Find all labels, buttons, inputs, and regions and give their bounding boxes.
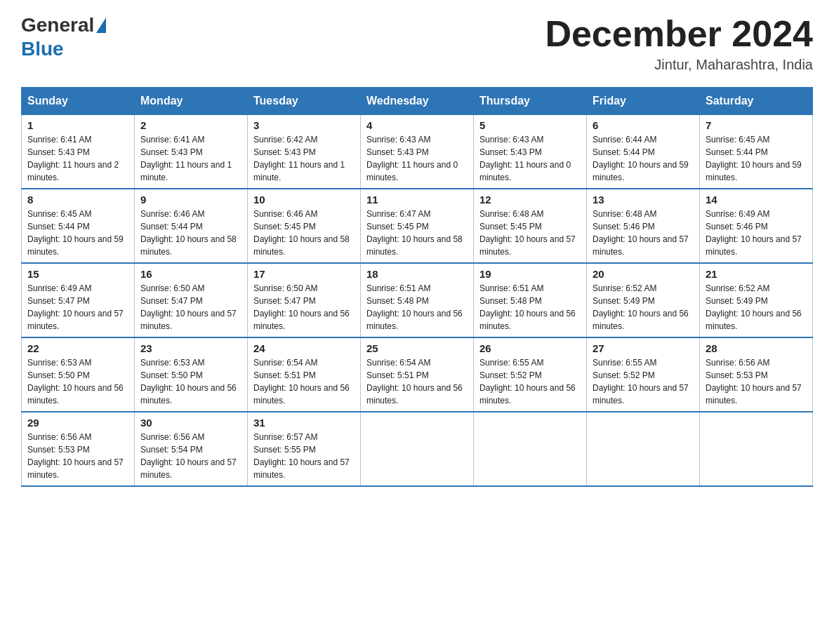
calendar-cell: 15Sunrise: 6:49 AMSunset: 5:47 PMDayligh… [22,263,135,337]
day-info: Sunrise: 6:43 AMSunset: 5:43 PMDaylight:… [366,133,468,184]
calendar-cell [700,412,813,486]
day-number: 1 [27,119,128,131]
day-number: 25 [366,342,468,354]
day-info: Sunrise: 6:51 AMSunset: 5:48 PMDaylight:… [366,282,468,333]
calendar-cell: 24Sunrise: 6:54 AMSunset: 5:51 PMDayligh… [248,337,361,412]
calendar-cell: 28Sunrise: 6:56 AMSunset: 5:53 PMDayligh… [700,337,813,412]
day-info: Sunrise: 6:50 AMSunset: 5:47 PMDaylight:… [140,282,241,333]
day-info: Sunrise: 6:49 AMSunset: 5:46 PMDaylight:… [706,208,807,258]
day-number: 7 [706,119,807,131]
day-info: Sunrise: 6:53 AMSunset: 5:50 PMDaylight:… [27,356,128,407]
calendar-cell: 4Sunrise: 6:43 AMSunset: 5:43 PMDaylight… [361,115,474,189]
calendar-cell: 23Sunrise: 6:53 AMSunset: 5:50 PMDayligh… [135,337,248,412]
day-info: Sunrise: 6:45 AMSunset: 5:44 PMDaylight:… [706,133,807,184]
header-wednesday: Wednesday [361,88,474,115]
day-number: 5 [479,119,581,131]
day-number: 4 [366,119,468,131]
day-info: Sunrise: 6:56 AMSunset: 5:54 PMDaylight:… [140,431,241,481]
day-info: Sunrise: 6:41 AMSunset: 5:43 PMDaylight:… [140,133,241,184]
day-info: Sunrise: 6:46 AMSunset: 5:45 PMDaylight:… [253,208,355,258]
calendar-cell: 21Sunrise: 6:52 AMSunset: 5:49 PMDayligh… [700,263,813,337]
logo-general-text: General [21,14,94,36]
calendar-cell: 20Sunrise: 6:52 AMSunset: 5:49 PMDayligh… [587,263,700,337]
day-info: Sunrise: 6:41 AMSunset: 5:43 PMDaylight:… [27,133,128,184]
day-number: 27 [593,342,694,354]
day-number: 12 [479,194,581,206]
calendar-cell: 26Sunrise: 6:55 AMSunset: 5:52 PMDayligh… [474,337,587,412]
day-info: Sunrise: 6:56 AMSunset: 5:53 PMDaylight:… [27,431,128,481]
calendar-cell: 2Sunrise: 6:41 AMSunset: 5:43 PMDaylight… [135,115,248,189]
day-info: Sunrise: 6:52 AMSunset: 5:49 PMDaylight:… [593,282,694,333]
day-info: Sunrise: 6:54 AMSunset: 5:51 PMDaylight:… [366,356,468,407]
header-friday: Friday [587,88,700,115]
calendar-cell: 29Sunrise: 6:56 AMSunset: 5:53 PMDayligh… [22,412,135,486]
day-info: Sunrise: 6:56 AMSunset: 5:53 PMDaylight:… [706,356,807,407]
header-sunday: Sunday [22,88,135,115]
day-info: Sunrise: 6:43 AMSunset: 5:43 PMDaylight:… [479,133,581,184]
day-number: 31 [253,417,355,429]
day-number: 13 [593,194,694,206]
logo-triangle-icon [96,18,106,33]
calendar-cell: 30Sunrise: 6:56 AMSunset: 5:54 PMDayligh… [135,412,248,486]
header-thursday: Thursday [474,88,587,115]
day-number: 30 [140,417,241,429]
day-info: Sunrise: 6:51 AMSunset: 5:48 PMDaylight:… [479,282,581,333]
day-info: Sunrise: 6:44 AMSunset: 5:44 PMDaylight:… [593,133,694,184]
header-monday: Monday [135,88,248,115]
calendar-cell: 3Sunrise: 6:42 AMSunset: 5:43 PMDaylight… [248,115,361,189]
day-info: Sunrise: 6:48 AMSunset: 5:46 PMDaylight:… [593,208,694,258]
day-number: 16 [140,268,241,280]
header-tuesday: Tuesday [248,88,361,115]
day-info: Sunrise: 6:47 AMSunset: 5:45 PMDaylight:… [366,208,468,258]
day-number: 19 [479,268,581,280]
calendar-cell: 22Sunrise: 6:53 AMSunset: 5:50 PMDayligh… [22,337,135,412]
calendar-cell: 25Sunrise: 6:54 AMSunset: 5:51 PMDayligh… [361,337,474,412]
calendar-week-row-5: 29Sunrise: 6:56 AMSunset: 5:53 PMDayligh… [22,412,813,486]
calendar-cell: 8Sunrise: 6:45 AMSunset: 5:44 PMDaylight… [22,189,135,263]
calendar-cell: 9Sunrise: 6:46 AMSunset: 5:44 PMDaylight… [135,189,248,263]
day-info: Sunrise: 6:53 AMSunset: 5:50 PMDaylight:… [140,356,241,407]
page-header: General Blue December 2024 Jintur, Mahar… [21,14,813,73]
calendar-cell: 13Sunrise: 6:48 AMSunset: 5:46 PMDayligh… [587,189,700,263]
logo-blue-text: Blue [21,38,64,60]
day-info: Sunrise: 6:45 AMSunset: 5:44 PMDaylight:… [27,208,128,258]
calendar-cell: 10Sunrise: 6:46 AMSunset: 5:45 PMDayligh… [248,189,361,263]
day-info: Sunrise: 6:54 AMSunset: 5:51 PMDaylight:… [253,356,355,407]
calendar-cell: 12Sunrise: 6:48 AMSunset: 5:45 PMDayligh… [474,189,587,263]
day-number: 3 [253,119,355,131]
calendar-cell: 17Sunrise: 6:50 AMSunset: 5:47 PMDayligh… [248,263,361,337]
calendar-cell: 1Sunrise: 6:41 AMSunset: 5:43 PMDaylight… [22,115,135,189]
day-number: 21 [706,268,807,280]
calendar-week-row-4: 22Sunrise: 6:53 AMSunset: 5:50 PMDayligh… [22,337,813,412]
calendar-cell [587,412,700,486]
calendar-table: Sunday Monday Tuesday Wednesday Thursday… [21,87,813,487]
calendar-cell: 11Sunrise: 6:47 AMSunset: 5:45 PMDayligh… [361,189,474,263]
calendar-cell: 27Sunrise: 6:55 AMSunset: 5:52 PMDayligh… [587,337,700,412]
day-number: 29 [27,417,128,429]
day-number: 8 [27,194,128,206]
day-info: Sunrise: 6:46 AMSunset: 5:44 PMDaylight:… [140,208,241,258]
location-subtitle: Jintur, Maharashtra, India [545,57,813,73]
calendar-week-row-2: 8Sunrise: 6:45 AMSunset: 5:44 PMDaylight… [22,189,813,263]
day-number: 6 [593,119,694,131]
day-info: Sunrise: 6:50 AMSunset: 5:47 PMDaylight:… [253,282,355,333]
day-number: 28 [706,342,807,354]
calendar-cell [474,412,587,486]
day-info: Sunrise: 6:52 AMSunset: 5:49 PMDaylight:… [706,282,807,333]
day-number: 11 [366,194,468,206]
calendar-cell: 16Sunrise: 6:50 AMSunset: 5:47 PMDayligh… [135,263,248,337]
day-info: Sunrise: 6:55 AMSunset: 5:52 PMDaylight:… [593,356,694,407]
day-info: Sunrise: 6:48 AMSunset: 5:45 PMDaylight:… [479,208,581,258]
calendar-cell: 19Sunrise: 6:51 AMSunset: 5:48 PMDayligh… [474,263,587,337]
day-number: 20 [593,268,694,280]
calendar-week-row-3: 15Sunrise: 6:49 AMSunset: 5:47 PMDayligh… [22,263,813,337]
month-title: December 2024 [545,14,813,54]
day-number: 24 [253,342,355,354]
calendar-cell [361,412,474,486]
day-number: 26 [479,342,581,354]
calendar-header-row: Sunday Monday Tuesday Wednesday Thursday… [22,88,813,115]
day-info: Sunrise: 6:42 AMSunset: 5:43 PMDaylight:… [253,133,355,184]
header-saturday: Saturday [700,88,813,115]
day-number: 15 [27,268,128,280]
logo: General Blue [21,14,107,60]
